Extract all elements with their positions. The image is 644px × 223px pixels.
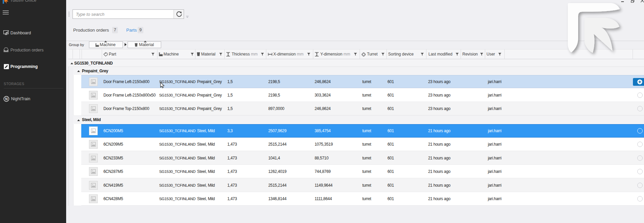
svg-text:N: N <box>5 97 8 101</box>
